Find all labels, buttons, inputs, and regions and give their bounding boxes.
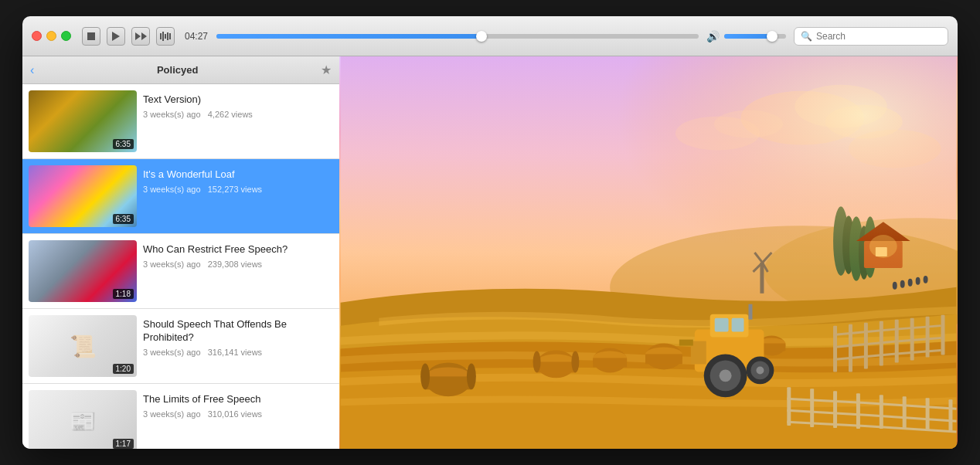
volume-thumb[interactable] <box>767 31 778 42</box>
stop-icon <box>87 32 95 40</box>
volume-area: 🔊 <box>706 30 786 42</box>
video-title: Who Can Restrict Free Speech? <box>143 243 288 256</box>
sidebar-header: ‹ Policyed ★ <box>22 56 339 84</box>
search-box[interactable]: 🔍 <box>794 27 948 46</box>
fastforward-icon <box>135 32 147 40</box>
progress-thumb[interactable] <box>476 31 487 42</box>
video-info: It's a Wonderful Loaf 3 weeks(s) ago 152… <box>137 165 268 227</box>
list-item[interactable]: 📜 1:20 Should Speech That Offends Be Pro… <box>22 309 339 384</box>
volume-bar[interactable] <box>724 34 786 39</box>
video-info: Who Can Restrict Free Speech? 3 weeks(s)… <box>137 240 294 302</box>
fastforward-button[interactable] <box>131 27 150 46</box>
maximize-button[interactable] <box>61 31 71 41</box>
video-title: Should Speech That Offends Be Prohibited… <box>143 318 327 345</box>
video-meta: 3 weeks(s) ago 152,273 views <box>143 185 262 194</box>
time-display: 04:27 <box>182 31 210 42</box>
minimize-button[interactable] <box>46 31 56 41</box>
video-title: Text Version) <box>143 93 253 107</box>
list-item[interactable]: 📰 1:17 The Limits of Free Speech 3 weeks… <box>22 384 339 449</box>
video-duration: 1:17 <box>113 439 134 449</box>
video-thumbnail: 1:18 <box>29 240 137 302</box>
sidebar-title: Policyed <box>157 64 198 76</box>
volume-fill <box>724 34 772 39</box>
svg-rect-79 <box>341 56 957 449</box>
video-duration: 6:35 <box>113 139 134 149</box>
scene-svg <box>339 56 958 449</box>
video-thumbnail: 6:35 <box>29 90 137 152</box>
wave-button[interactable] <box>156 27 175 46</box>
video-info: Should Speech That Offends Be Prohibited… <box>137 315 333 377</box>
search-icon: 🔍 <box>801 31 812 42</box>
video-thumbnail: 📜 1:20 <box>29 315 137 377</box>
progress-fill <box>216 34 481 39</box>
playback-controls <box>82 27 175 46</box>
wave-icon <box>160 32 171 41</box>
close-button[interactable] <box>32 31 42 41</box>
video-player <box>339 56 958 449</box>
titlebar: 04:27 🔊 🔍 <box>22 16 958 56</box>
video-duration: 1:20 <box>113 364 134 374</box>
video-title: It's a Wonderful Loaf <box>143 168 262 182</box>
video-scene <box>339 56 958 449</box>
list-item[interactable]: 6:35 It's a Wonderful Loaf 3 weeks(s) ag… <box>22 159 339 234</box>
play-button[interactable] <box>107 27 125 46</box>
main-window: 04:27 🔊 🔍 ‹ Policyed ★ <box>22 16 958 449</box>
volume-icon: 🔊 <box>706 30 720 42</box>
progress-bar[interactable] <box>216 34 699 39</box>
stop-button[interactable] <box>82 27 100 46</box>
video-meta: 3 weeks(s) ago 310,016 views <box>143 409 262 419</box>
list-item[interactable]: 6:35 Text Version) 3 weeks(s) ago 4,262 … <box>22 84 339 159</box>
video-thumbnail: 6:35 <box>29 165 137 227</box>
video-list: 6:35 Text Version) 3 weeks(s) ago 4,262 … <box>22 84 339 449</box>
video-meta: 3 weeks(s) ago 4,262 views <box>143 110 253 119</box>
video-thumbnail: 📰 1:17 <box>29 390 137 449</box>
video-title: The Limits of Free Speech <box>143 393 262 406</box>
sidebar: ‹ Policyed ★ 6:35 Text Version) 3 weeks(… <box>22 56 339 449</box>
traffic-lights <box>32 31 71 41</box>
video-info: The Limits of Free Speech 3 weeks(s) ago… <box>137 390 268 449</box>
favorite-button[interactable]: ★ <box>321 63 332 77</box>
video-info: Text Version) 3 weeks(s) ago 4,262 views <box>137 90 259 152</box>
main-content: ‹ Policyed ★ 6:35 Text Version) 3 weeks(… <box>22 56 958 449</box>
search-input[interactable] <box>816 31 941 42</box>
play-icon <box>112 32 120 41</box>
progress-area: 04:27 <box>182 31 699 42</box>
video-meta: 3 weeks(s) ago 239,308 views <box>143 260 288 269</box>
video-meta: 3 weeks(s) ago 316,141 views <box>143 348 327 357</box>
video-duration: 1:18 <box>113 289 134 299</box>
video-duration: 6:35 <box>113 214 134 224</box>
list-item[interactable]: 1:18 Who Can Restrict Free Speech? 3 wee… <box>22 234 339 309</box>
back-button[interactable]: ‹ <box>30 63 34 77</box>
